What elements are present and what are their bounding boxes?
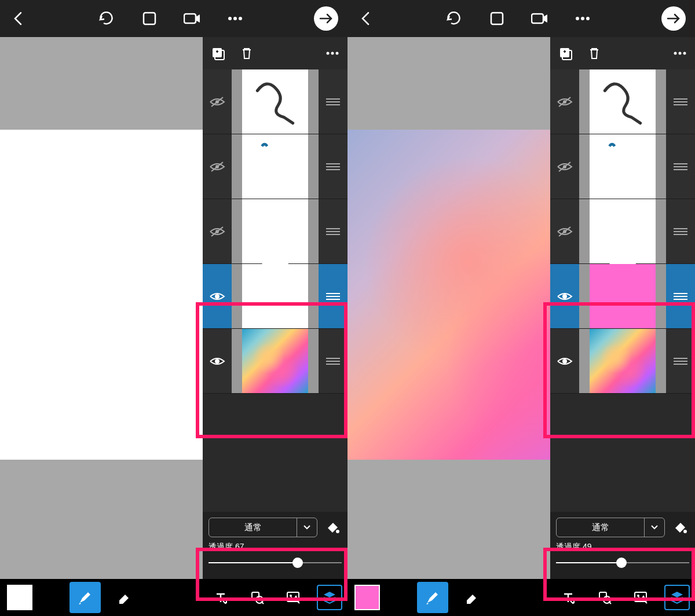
eye-hidden-icon xyxy=(209,96,225,108)
brush-tool-button[interactable] xyxy=(417,582,448,613)
eye-hidden-icon xyxy=(557,161,573,173)
brush-tool-button[interactable] xyxy=(70,582,101,613)
layer-options: 通常 透過度 49 xyxy=(550,512,695,579)
drag-handle-icon xyxy=(326,98,340,106)
layer-drag-handle[interactable] xyxy=(666,69,695,134)
layer-row[interactable] xyxy=(203,134,348,199)
layers-tool-button[interactable] xyxy=(664,585,690,610)
layer-visibility-toggle[interactable] xyxy=(550,199,579,263)
blend-mode-select[interactable]: 通常 xyxy=(209,518,317,537)
back-button[interactable] xyxy=(357,9,375,28)
layer-row[interactable] xyxy=(203,69,348,134)
layer-drag-handle[interactable] xyxy=(666,264,695,328)
layer-row[interactable] xyxy=(203,329,348,394)
layer-row[interactable] xyxy=(550,329,695,394)
color-swatch[interactable] xyxy=(354,585,380,610)
layer-drag-handle[interactable] xyxy=(319,199,348,263)
back-button[interactable] xyxy=(9,9,28,28)
opacity-slider[interactable] xyxy=(556,556,689,570)
color-swatch[interactable] xyxy=(7,585,32,610)
layer-thumbnail xyxy=(579,134,666,199)
add-layer-button[interactable] xyxy=(209,44,227,63)
crop-button[interactable] xyxy=(140,9,159,28)
video-button[interactable] xyxy=(531,9,549,28)
layers-more-button[interactable] xyxy=(671,44,689,63)
eraser-tool-button[interactable] xyxy=(108,582,139,613)
undo-button[interactable] xyxy=(97,9,116,28)
drag-handle-icon xyxy=(674,98,687,106)
svg-rect-34 xyxy=(252,592,259,599)
drag-handle-icon xyxy=(674,292,687,300)
svg-point-47 xyxy=(683,52,686,55)
layer-visibility-toggle[interactable] xyxy=(550,329,579,393)
text-tool-button[interactable] xyxy=(208,585,233,610)
layer-visibility-toggle[interactable] xyxy=(550,134,579,199)
svg-point-7 xyxy=(327,52,330,55)
screen-right: 通常 透過度 49 xyxy=(348,0,695,616)
image-tool-button[interactable] xyxy=(280,585,306,610)
next-button[interactable] xyxy=(661,6,686,31)
opacity-slider[interactable] xyxy=(209,556,342,570)
layer-drag-handle[interactable] xyxy=(666,199,695,263)
blend-mode-select[interactable]: 通常 xyxy=(556,518,665,537)
layer-visibility-toggle[interactable] xyxy=(203,199,232,263)
layer-row[interactable] xyxy=(550,69,695,134)
layer-drag-handle[interactable] xyxy=(666,134,695,199)
layer-row[interactable] xyxy=(550,199,695,264)
svg-point-42 xyxy=(586,17,590,20)
layer-visibility-toggle[interactable] xyxy=(550,69,579,134)
layer-row[interactable] xyxy=(203,199,348,264)
bottom-toolbar xyxy=(0,579,348,616)
shape-tool-button[interactable] xyxy=(244,585,270,610)
layer-drag-handle[interactable] xyxy=(319,264,348,328)
layer-visibility-toggle[interactable] xyxy=(203,264,232,328)
layer-row-selected[interactable] xyxy=(550,264,695,329)
layer-row-selected[interactable] xyxy=(203,264,348,329)
layer-drag-handle[interactable] xyxy=(666,329,695,393)
svg-point-63 xyxy=(562,294,567,299)
image-tool-button[interactable] xyxy=(628,585,653,610)
next-button[interactable] xyxy=(314,6,338,31)
drag-handle-icon xyxy=(674,163,687,171)
layers-tool-button[interactable] xyxy=(317,585,342,610)
layer-visibility-toggle[interactable] xyxy=(203,69,232,134)
drag-handle-icon xyxy=(326,357,340,365)
layer-drag-handle[interactable] xyxy=(319,134,348,199)
svg-rect-39 xyxy=(532,14,543,23)
more-button[interactable] xyxy=(226,9,244,28)
svg-rect-38 xyxy=(491,13,503,24)
layer-thumbnail xyxy=(232,329,319,393)
layer-thumbnail xyxy=(232,69,319,134)
more-button[interactable] xyxy=(573,9,592,28)
svg-point-75 xyxy=(637,595,639,597)
svg-point-67 xyxy=(562,359,567,364)
add-layer-button[interactable] xyxy=(556,44,575,63)
fill-bucket-button[interactable] xyxy=(671,518,689,537)
layer-thumbnail xyxy=(579,69,666,134)
layer-drag-handle[interactable] xyxy=(319,69,348,134)
eye-visible-icon xyxy=(557,291,573,302)
delete-layer-button[interactable] xyxy=(237,44,256,63)
fill-bucket-button[interactable] xyxy=(323,518,342,537)
text-tool-button[interactable] xyxy=(555,585,581,610)
layer-options: 通常 透過度 67 xyxy=(203,512,348,579)
video-button[interactable] xyxy=(183,9,202,28)
layers-more-button[interactable] xyxy=(323,44,342,63)
opacity-value: 67 xyxy=(235,542,244,551)
eye-visible-icon xyxy=(209,355,225,367)
layer-visibility-toggle[interactable] xyxy=(203,329,232,393)
delete-layer-button[interactable] xyxy=(585,44,603,63)
shape-tool-button[interactable] xyxy=(592,585,617,610)
layer-row[interactable] xyxy=(550,134,695,199)
crop-button[interactable] xyxy=(488,9,506,28)
scribble-icon xyxy=(246,73,305,132)
layer-visibility-toggle[interactable] xyxy=(203,134,232,199)
eraser-tool-button[interactable] xyxy=(455,582,487,613)
undo-button[interactable] xyxy=(445,9,463,28)
layer-drag-handle[interactable] xyxy=(319,329,348,393)
layer-thumbnail xyxy=(579,199,666,263)
layer-visibility-toggle[interactable] xyxy=(550,264,579,328)
caret-down-icon xyxy=(645,518,664,537)
eye-hidden-icon xyxy=(209,226,225,237)
opacity-control: 透過度 49 xyxy=(556,542,689,570)
